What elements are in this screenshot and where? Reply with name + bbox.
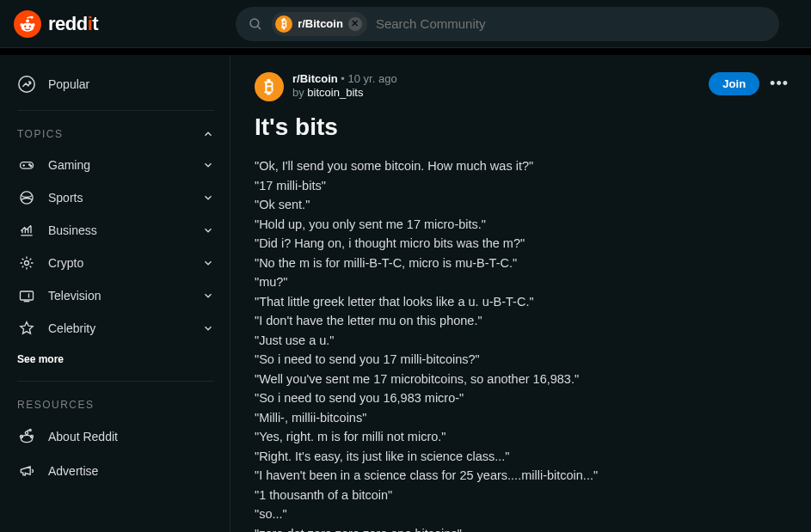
post-body-line: "mu?" bbox=[255, 272, 789, 292]
post-body: "Ok, I'll send you some bitcoin. How muc… bbox=[255, 156, 789, 532]
divider bbox=[17, 381, 214, 382]
bitcoin-icon: ₿ bbox=[275, 15, 292, 33]
chip-close-icon[interactable]: ✕ bbox=[348, 17, 362, 31]
search-bar[interactable]: ₿ r/Bitcoin ✕ bbox=[236, 7, 779, 41]
topic-label: Celebrity bbox=[48, 321, 95, 335]
left-sidebar: Popular TOPICS Gaming bbox=[0, 55, 230, 532]
post-body-line: "Hold up, you only sent me 17 micro-bits… bbox=[255, 215, 789, 235]
resource-label: Advertise bbox=[48, 464, 98, 478]
topic-television[interactable]: Television bbox=[17, 279, 214, 312]
svg-point-6 bbox=[29, 25, 31, 27]
resource-about[interactable]: About Reddit bbox=[17, 419, 214, 454]
nav-popular[interactable]: Popular bbox=[17, 67, 214, 101]
post-body-line: "Yes, right. m is for milli not micro." bbox=[255, 427, 789, 447]
popular-icon bbox=[17, 75, 36, 94]
star-icon bbox=[17, 320, 36, 337]
search-icon bbox=[248, 16, 263, 32]
svg-point-11 bbox=[30, 166, 32, 168]
reddit-logo[interactable]: reddit bbox=[14, 10, 98, 38]
svg-point-18 bbox=[25, 431, 28, 434]
post-body-line: "Did i? Hang on, i thought micro bits wa… bbox=[255, 234, 789, 254]
svg-point-5 bbox=[24, 25, 26, 27]
svg-point-3 bbox=[20, 23, 23, 27]
chevron-down-icon bbox=[202, 290, 214, 302]
join-button[interactable]: Join bbox=[709, 72, 759, 95]
chevron-down-icon bbox=[202, 192, 214, 204]
svg-point-10 bbox=[29, 164, 30, 166]
overflow-menu-icon[interactable]: ••• bbox=[770, 75, 789, 93]
header-bar: reddit ₿ r/Bitcoin ✕ bbox=[0, 0, 811, 48]
post-content: ₿ r/Bitcoin • 10 yr. ago by bitcoin_bits… bbox=[230, 55, 811, 532]
chevron-down-icon bbox=[202, 159, 214, 171]
sports-icon bbox=[17, 189, 36, 206]
topic-label: Gaming bbox=[48, 158, 90, 172]
post-body-line: "Just use a u." bbox=[255, 331, 789, 351]
tv-icon bbox=[17, 287, 36, 304]
topic-label: Television bbox=[48, 289, 101, 303]
post-body-line: "Ok sent." bbox=[255, 195, 789, 215]
post-body-line: "Well you've sent me 17 microbitcoins, s… bbox=[255, 370, 789, 389]
chip-label: r/Bitcoin bbox=[298, 17, 343, 30]
post-body-line: "1 thousanth of a bitcoin" bbox=[255, 486, 789, 505]
topic-label: Sports bbox=[48, 191, 83, 205]
resource-advertise[interactable]: Advertise bbox=[17, 454, 214, 488]
gamepad-icon bbox=[17, 156, 36, 174]
search-input[interactable] bbox=[376, 16, 767, 31]
post-title: It's bits bbox=[255, 113, 789, 141]
topic-gaming[interactable]: Gaming bbox=[17, 149, 214, 181]
author-link[interactable]: bitcoin_bits bbox=[307, 86, 363, 99]
chevron-down-icon bbox=[202, 257, 214, 269]
search-scope-chip[interactable]: ₿ r/Bitcoin ✕ bbox=[272, 12, 367, 36]
crypto-icon bbox=[17, 254, 36, 272]
post-body-line: "So i need to send you 16,983 micro-" bbox=[255, 388, 789, 408]
see-more-link[interactable]: See more bbox=[17, 345, 214, 365]
top-black-strip bbox=[0, 48, 811, 55]
post-body-line: "So i need to send you 17 milli-bitcoins… bbox=[255, 350, 789, 370]
chart-icon bbox=[17, 222, 36, 239]
wordmark: reddit bbox=[48, 13, 98, 35]
topic-sports[interactable]: Sports bbox=[17, 181, 214, 214]
post-body-line: "zero dot zero zero zero one bitcoins" bbox=[255, 524, 789, 533]
post-body-line: "No the m is for milli-B-T-C, micro is m… bbox=[255, 254, 789, 273]
chevron-down-icon bbox=[202, 322, 214, 334]
post-meta-top: r/Bitcoin • 10 yr. ago bbox=[292, 72, 709, 85]
subreddit-link[interactable]: r/Bitcoin bbox=[292, 72, 338, 85]
svg-point-4 bbox=[32, 23, 35, 27]
topic-business[interactable]: Business bbox=[17, 214, 214, 247]
divider bbox=[17, 110, 214, 111]
svg-rect-14 bbox=[21, 291, 34, 300]
post-body-line: "That little greek letter that looks lik… bbox=[255, 292, 789, 312]
post-body-line: "I don't have the letter mu on this phon… bbox=[255, 311, 789, 331]
megaphone-icon bbox=[17, 462, 36, 480]
topic-label: Business bbox=[48, 223, 97, 237]
chevron-up-icon bbox=[202, 128, 214, 140]
svg-point-7 bbox=[250, 19, 259, 28]
resource-label: About Reddit bbox=[48, 430, 118, 443]
post-body-line: "Ok, I'll send you some bitcoin. How muc… bbox=[255, 156, 789, 176]
post-body-line: "so..." bbox=[255, 504, 789, 524]
post-body-line: "Right. It's easy, its just like in scie… bbox=[255, 447, 789, 467]
topic-label: Crypto bbox=[48, 256, 83, 270]
nav-label: Popular bbox=[48, 77, 89, 91]
svg-point-19 bbox=[29, 429, 31, 431]
post-body-line: "I haven't been in a science class for 2… bbox=[255, 466, 789, 486]
chevron-down-icon bbox=[202, 224, 214, 236]
post-body-line: "17 milli-bits" bbox=[255, 176, 789, 196]
topic-crypto[interactable]: Crypto bbox=[17, 247, 214, 279]
topics-header[interactable]: TOPICS bbox=[17, 123, 214, 149]
snoo-outline-icon bbox=[17, 428, 36, 445]
post-byline: by bitcoin_bits bbox=[292, 86, 709, 99]
snoo-icon bbox=[14, 10, 41, 38]
post-body-line: "Milli-, millii-bitcoins" bbox=[255, 408, 789, 428]
post-age: 10 yr. ago bbox=[348, 72, 397, 85]
svg-point-13 bbox=[25, 261, 29, 266]
resources-header[interactable]: RESOURCES bbox=[17, 394, 214, 419]
subreddit-icon[interactable]: ₿ bbox=[255, 72, 284, 101]
svg-point-1 bbox=[26, 19, 29, 22]
topic-celebrity[interactable]: Celebrity bbox=[17, 312, 214, 345]
